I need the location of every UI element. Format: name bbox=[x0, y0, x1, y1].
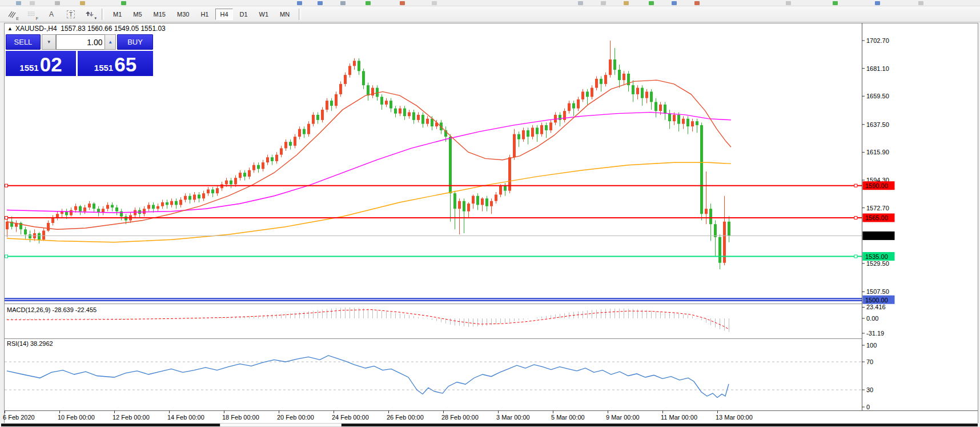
support-line-1535-handle[interactable] bbox=[5, 255, 8, 258]
date-label: 9 Mar 00:00 bbox=[606, 414, 640, 421]
bottom-bar-left bbox=[1, 424, 220, 426]
rsi-axis-label: 100 bbox=[866, 342, 877, 349]
price-tick-label: 1681.10 bbox=[866, 65, 889, 72]
date-label: 24 Feb 00:00 bbox=[332, 414, 369, 421]
date-label: 5 Mar 00:00 bbox=[551, 414, 585, 421]
macd-axis-label: -31.19 bbox=[866, 330, 884, 337]
date-label: 12 Feb 00:00 bbox=[113, 414, 150, 421]
volume-increase-button[interactable]: ▲ bbox=[105, 34, 116, 50]
price-tick-label: 1702.70 bbox=[866, 37, 889, 44]
resistance-line-1565-handle[interactable] bbox=[854, 216, 857, 219]
sell-button[interactable]: SELL bbox=[6, 34, 41, 50]
sell-price-main: 1551 bbox=[19, 63, 38, 76]
date-label: 26 Feb 00:00 bbox=[387, 414, 424, 421]
symbol-arrow-icon[interactable]: ▲ bbox=[7, 26, 13, 31]
chart-background bbox=[5, 23, 978, 423]
price-badge-1590-text: 1590.00 bbox=[865, 182, 888, 189]
current-price-badge-text: 1551.03 bbox=[865, 233, 888, 240]
price-badge-1535-text: 1535.00 bbox=[865, 253, 888, 260]
chart-ohlc-values: 1557.83 1560.66 1549.05 1551.03 bbox=[61, 25, 166, 33]
date-label: 13 Mar 00:00 bbox=[716, 414, 753, 421]
date-label: 14 Feb 00:00 bbox=[167, 414, 204, 421]
resistance-line-1590-handle[interactable] bbox=[5, 184, 8, 187]
sell-price-pips: 02 bbox=[39, 53, 62, 76]
date-label: 10 Feb 00:00 bbox=[58, 414, 95, 421]
macd-axis-label: 0.00 bbox=[866, 315, 878, 322]
price-tick-label: 1572.70 bbox=[866, 205, 889, 211]
price-tick-label: 1659.50 bbox=[866, 93, 889, 99]
buy-price-main: 1551 bbox=[94, 63, 113, 76]
date-label: 28 Feb 00:00 bbox=[441, 414, 479, 421]
bottom-border-strip bbox=[0, 423, 980, 427]
volume-decrease-button[interactable]: ▼ bbox=[42, 34, 57, 50]
buy-price-pips: 65 bbox=[113, 53, 136, 76]
price-tick-label: 1507.50 bbox=[866, 288, 889, 295]
rsi-label: RSI(14) 38.2962 bbox=[7, 340, 53, 347]
price-tick-label: 1637.50 bbox=[866, 121, 889, 128]
support-line-1535-handle[interactable] bbox=[854, 255, 857, 258]
date-label: 18 Feb 00:00 bbox=[222, 414, 259, 421]
macd-axis-label: 23.416 bbox=[866, 304, 886, 310]
price-tick-label: 1615.90 bbox=[866, 149, 889, 155]
price-tick-label: 1529.50 bbox=[866, 260, 889, 267]
bottom-bar-right bbox=[342, 424, 978, 426]
chart-symbol-label: XAUUSD-,H4 bbox=[15, 25, 57, 33]
bottom-scroll-thumb bbox=[220, 423, 342, 427]
one-click-trading-panel: SELL ▼ ▲ BUY 1551 02 1551 65 bbox=[6, 34, 153, 76]
buy-button[interactable]: BUY bbox=[117, 34, 153, 50]
date-label: 20 Feb 00:00 bbox=[277, 414, 314, 421]
mt4-window: EFAT▾ M1M5M15M30H1H4D1W1MN 1702.701681.1… bbox=[0, 0, 980, 427]
sell-quote[interactable]: 1551 02 bbox=[6, 51, 76, 76]
chart-title: ▲XAUUSD-,H4 1557.83 1560.66 1549.05 1551… bbox=[7, 25, 166, 33]
rsi-axis-label: 70 bbox=[866, 358, 873, 365]
macd-label: MACD(12,26,9) -28.639 -22.455 bbox=[7, 306, 97, 313]
price-badge-1500-text: 1500.00 bbox=[865, 297, 888, 304]
volume-input[interactable] bbox=[56, 34, 105, 50]
rsi-axis-label: 0 bbox=[866, 404, 870, 410]
resistance-line-1565-handle[interactable] bbox=[5, 216, 8, 219]
resistance-line-1590-handle[interactable] bbox=[854, 184, 857, 187]
date-label: 6 Feb 2020 bbox=[3, 414, 35, 421]
rsi-axis-label: 30 bbox=[866, 386, 873, 393]
date-label: 3 Mar 00:00 bbox=[496, 414, 530, 421]
price-badge-1565-text: 1565.00 bbox=[865, 214, 888, 221]
buy-quote[interactable]: 1551 65 bbox=[78, 51, 153, 76]
date-label: 11 Mar 00:00 bbox=[661, 414, 697, 421]
